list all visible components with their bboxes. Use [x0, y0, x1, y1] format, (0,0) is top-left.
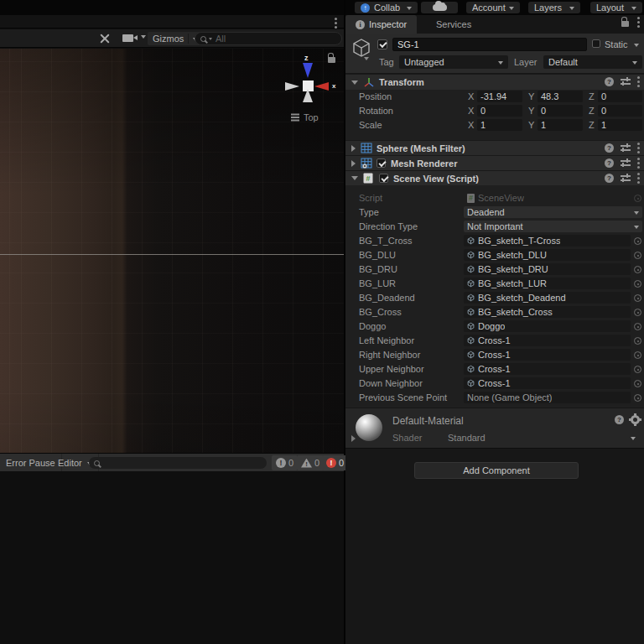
script-property-row: Script # SceneView [345, 191, 644, 205]
z-value-field[interactable]: 0 [598, 91, 642, 102]
layer-dropdown[interactable]: Default [543, 55, 642, 69]
static-dropdown-icon[interactable] [634, 44, 639, 49]
help-icon[interactable]: ? [605, 174, 614, 183]
object-picker-icon[interactable] [634, 394, 641, 402]
material-section: Default-Material ? Shader Standard [345, 408, 644, 448]
prefab-cube-icon [467, 308, 475, 316]
inspector-lock-icon[interactable] [621, 21, 629, 27]
y-value-field[interactable]: 48.3 [538, 91, 583, 102]
axis-x-cone[interactable] [314, 82, 329, 91]
component-header[interactable]: # Mesh Renderer ? [345, 155, 644, 170]
object-picker-icon[interactable] [634, 380, 641, 387]
component-enabled-checkbox[interactable] [379, 174, 388, 183]
property-value-field[interactable]: # BG_sketch_Deadend [464, 292, 631, 304]
static-checkbox[interactable] [592, 39, 600, 48]
gameobject-cube-icon[interactable] [351, 38, 371, 58]
tools-icon[interactable] [99, 33, 111, 44]
scene-viewport[interactable]: z x Top [0, 49, 344, 468]
object-picker-icon[interactable] [634, 280, 641, 288]
component-menu-icon[interactable] [637, 162, 640, 164]
unlock-icon[interactable] [328, 57, 335, 63]
component-header[interactable]: # Sphere (Mesh Filter) ? [345, 140, 644, 155]
collab-button[interactable]: ↑ Collab [355, 2, 418, 13]
object-picker-icon[interactable] [634, 195, 641, 202]
help-icon[interactable]: ? [605, 143, 614, 153]
object-picker-icon[interactable] [634, 351, 641, 359]
cloud-services-button[interactable] [421, 2, 458, 13]
x-value-field[interactable]: 1 [477, 119, 522, 131]
help-icon[interactable]: ? [605, 158, 614, 168]
object-picker-icon[interactable] [634, 252, 641, 259]
axis-left-cone[interactable] [285, 82, 299, 91]
y-value-field[interactable]: 1 [538, 119, 583, 131]
chevron-down-icon [632, 61, 637, 67]
shader-dropdown[interactable]: Standard [443, 431, 641, 444]
property-value-field[interactable]: # BG_sketch_LUR [464, 278, 631, 289]
object-picker-icon[interactable] [634, 323, 641, 330]
presets-icon[interactable] [621, 174, 631, 183]
window-menu-icon[interactable] [335, 22, 337, 24]
property-value-field[interactable]: # Cross-1 [464, 363, 631, 375]
transform-header[interactable]: Transform ? [345, 74, 644, 90]
component-header[interactable]: # Scene View (Script) ? [345, 170, 644, 185]
tag-dropdown[interactable]: Untagged [399, 55, 508, 69]
object-picker-icon[interactable] [634, 294, 641, 302]
component-menu-icon[interactable] [637, 177, 640, 179]
object-picker-icon[interactable] [634, 366, 641, 373]
scene-search-input[interactable]: All [195, 32, 342, 45]
foldout-icon[interactable] [351, 435, 356, 442]
gear-icon[interactable] [631, 415, 640, 424]
camera-icon[interactable] [122, 34, 133, 42]
layout-button[interactable]: Layout [590, 2, 642, 13]
presets-icon[interactable] [621, 77, 631, 86]
axis-z-cone[interactable] [303, 63, 313, 78]
property-value-field[interactable]: # SceneView [464, 192, 631, 204]
tab-inspector[interactable]: i Inspector [345, 15, 417, 34]
object-picker-icon[interactable] [634, 237, 641, 245]
component-menu-icon[interactable] [637, 80, 640, 83]
component-enabled-checkbox[interactable] [377, 158, 386, 168]
property-value-field[interactable]: # BG_sketch_DRU [464, 263, 631, 275]
x-value-field[interactable]: -31.94 [477, 91, 522, 102]
inspector-menu-icon[interactable] [637, 21, 640, 23]
log-count-toggle[interactable]: ! 0 [272, 455, 298, 470]
transform-rows: Position X -31.94 Y 48.3 Z 0 Rotation X … [345, 90, 644, 132]
component-menu-icon[interactable] [637, 147, 640, 149]
help-icon[interactable]: ? [605, 77, 614, 86]
presets-icon[interactable] [621, 158, 631, 168]
axis-down-cone[interactable] [303, 89, 313, 102]
z-value-field[interactable]: 0 [598, 105, 642, 117]
property-value-field[interactable]: # None (Game Object) [464, 392, 631, 403]
gameobject-name-field[interactable]: SG-1 [392, 38, 587, 51]
x-value-field[interactable]: 0 [477, 105, 522, 117]
property-value-field[interactable]: # Not Important [464, 221, 642, 232]
layers-button[interactable]: Layers [528, 2, 580, 13]
view-mode-menu[interactable]: Top [291, 112, 319, 122]
chevron-down-icon[interactable] [141, 35, 146, 41]
property-value-field[interactable]: # Cross-1 [464, 335, 631, 346]
property-value-field[interactable]: # Cross-1 [464, 349, 631, 361]
object-picker-icon[interactable] [634, 337, 641, 345]
property-value-field[interactable]: # Deadend [464, 206, 642, 218]
add-component-button[interactable]: Add Component [414, 462, 579, 479]
console-search-input[interactable] [89, 457, 267, 469]
property-value-field[interactable]: # BG_sketch_T-Cross [464, 235, 631, 247]
property-value-field[interactable]: # Cross-1 [464, 377, 631, 389]
z-value-field[interactable]: 1 [598, 119, 642, 131]
property-value-field[interactable]: # BG_sketch_Cross [464, 306, 631, 318]
help-icon[interactable]: ? [615, 415, 624, 424]
y-value-field[interactable]: 0 [538, 105, 583, 117]
material-preview-sphere[interactable] [356, 414, 382, 441]
warning-count-toggle[interactable]: ! 0 [297, 455, 324, 470]
property-value-field[interactable]: # Doggo [464, 320, 631, 332]
error-count-toggle[interactable]: ! 0 [322, 455, 348, 470]
account-button[interactable]: Account [466, 2, 520, 13]
presets-icon[interactable] [621, 143, 631, 153]
property-value-field[interactable]: # BG_sketch_DLU [464, 249, 631, 261]
console-log-area[interactable] [0, 471, 344, 644]
chevron-down-icon[interactable] [364, 57, 369, 63]
gameobject-active-checkbox[interactable] [377, 39, 387, 49]
tab-services[interactable]: Services [426, 15, 481, 34]
object-picker-icon[interactable] [634, 309, 641, 316]
object-picker-icon[interactable] [634, 266, 641, 273]
